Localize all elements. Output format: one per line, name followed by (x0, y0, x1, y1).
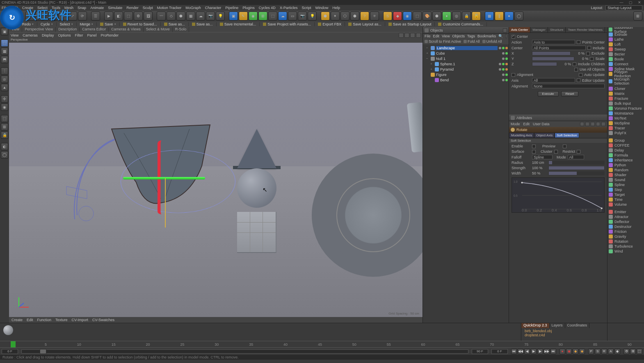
tb2-revert[interactable]: Revert to Saved... (120, 22, 161, 26)
timeline[interactable]: 051015202530354045505560657075808590 (0, 341, 644, 347)
attrtab-softsel[interactable]: Soft Selection (555, 133, 579, 138)
scale-checkbox[interactable] (590, 57, 594, 61)
edges-mode-tool[interactable]: ⧄ (1, 76, 8, 83)
bodypaint-button[interactable]: 🎨 (422, 11, 432, 21)
window-minimize[interactable]: — (619, 0, 624, 5)
palette-item-connect[interactable]: Connect (607, 62, 644, 67)
palette-item-sound[interactable]: Sound (607, 177, 644, 182)
rotate-gizmo-x[interactable] (123, 177, 205, 179)
scroll-first-icon[interactable] (425, 40, 428, 43)
floor-button[interactable]: ▭ (288, 11, 297, 21)
tree-row-bend[interactable]: Bend (424, 77, 508, 83)
render-region-button[interactable]: ⬚ (124, 11, 133, 21)
palette-item-spline[interactable]: Spline (607, 182, 644, 187)
camera-button[interactable]: 📷 (206, 11, 215, 21)
editor-update-checkbox[interactable] (577, 78, 580, 82)
palette-item-deflector[interactable]: Deflector (607, 219, 644, 224)
options3-button[interactable]: ⬚ (637, 349, 642, 354)
vpmenu-display[interactable]: Display (42, 33, 54, 37)
timeline-scrollbar[interactable] (21, 349, 468, 354)
redshift-button[interactable]: ◆ (393, 11, 402, 21)
tab-axis-center[interactable]: Axis Center (509, 27, 530, 32)
palette-item-moinstance[interactable]: MoInstance (607, 111, 644, 116)
key-a-button[interactable]: A (608, 349, 614, 354)
auto-update-checkbox[interactable] (579, 73, 582, 77)
palette-item-lathe[interactable]: Lathe (607, 37, 644, 42)
menu-snap[interactable]: Snap (78, 6, 86, 10)
vp-nav1-icon[interactable] (399, 33, 404, 38)
menu-plugins[interactable]: Plugins (242, 6, 255, 10)
palette-item-voronoi-fracture[interactable]: Voronoi Fracture (607, 106, 644, 111)
y-slider[interactable] (532, 57, 574, 61)
tb2-item-7[interactable]: Merge▾ (77, 22, 97, 26)
octane-button[interactable]: ◉ (403, 11, 412, 21)
lock-button[interactable]: 🔒 (462, 11, 471, 21)
cloth-button[interactable]: ▦ (485, 11, 494, 21)
vptab-3[interactable]: Camera Editor (80, 27, 109, 32)
xp-modifier-button[interactable]: ⬢ (350, 11, 359, 21)
keyframe-sel-button[interactable]: ◆ (573, 349, 578, 354)
spline-button[interactable]: 〰 (157, 11, 166, 21)
vpmenu-view[interactable]: View (11, 33, 18, 37)
tree-row-sphere[interactable]: +Sphere.1 (424, 61, 508, 67)
tb2-saveinc[interactable]: Save Incremental... (217, 22, 260, 26)
prev-frame-button[interactable]: ◀ (524, 349, 530, 354)
record-button[interactable]: ● (560, 349, 565, 354)
window-maximize[interactable]: ▢ (628, 0, 633, 5)
tree-row-landscape[interactable]: −Landscape (424, 45, 508, 51)
reset-button[interactable]: Reset (561, 91, 579, 96)
menu-sculpt[interactable]: Sculpt (143, 6, 153, 10)
palette-item-turbulence[interactable]: Turbulence (607, 244, 644, 249)
picture-viewer-button[interactable]: 🖼 (144, 11, 153, 21)
attr-new-icon[interactable] (601, 122, 605, 126)
axis-tool[interactable]: ✢ (1, 95, 8, 103)
objmenu-view[interactable]: View (442, 34, 450, 38)
palette-item-mograph-selection[interactable]: MoGraph Selection (607, 79, 644, 84)
menu-simulate[interactable]: Simulate (108, 6, 122, 10)
attrmenu-edit[interactable]: Edit (523, 122, 530, 126)
vptab-6[interactable]: R-Solo (173, 27, 190, 32)
next-frame-button[interactable]: ▶ (537, 349, 543, 354)
palette-item-matrix[interactable]: Matrix (607, 91, 644, 96)
falloff-graph[interactable]: 1.0 0.5 0.0 0.2 0.4 0.6 0.8 1.0 (512, 177, 605, 213)
content-browser-button[interactable]: ⊞ (633, 11, 642, 21)
locked-tool[interactable]: 🔒 (1, 131, 8, 139)
menu-mograph[interactable]: MoGraph (185, 6, 201, 10)
use-all-checkbox[interactable] (574, 68, 578, 71)
center-dropdown[interactable]: All Points (532, 46, 586, 50)
tab-teamrender[interactable]: Team Render Machines (566, 27, 605, 32)
vptab-2[interactable]: Description (56, 27, 80, 32)
execute-button[interactable]: Execute (538, 91, 559, 96)
viewport-3d[interactable]: ↖ Grid Spacing : 50 cm (9, 43, 422, 317)
matmenu-texture[interactable]: Texture (55, 318, 68, 322)
exclude-checkbox[interactable] (586, 52, 590, 55)
menu-help[interactable]: Help (332, 6, 340, 10)
tab-manager[interactable]: Manager (530, 27, 548, 32)
light-button[interactable]: 💡 (216, 11, 225, 21)
objects-filter-icon[interactable] (505, 34, 507, 38)
palette-item-target[interactable]: Target (607, 192, 644, 197)
x-slider[interactable] (532, 51, 571, 55)
alignment-cb[interactable] (512, 73, 515, 77)
subdivision-button[interactable]: ◉ (249, 11, 258, 21)
attrtab-objectaxis[interactable]: Object Axis (534, 133, 555, 138)
matmenu-edit[interactable]: Edit (27, 318, 33, 322)
points-mode-tool[interactable]: ⋮ (1, 67, 8, 75)
material-manager[interactable] (0, 323, 521, 341)
material-preview[interactable] (3, 325, 13, 335)
palette-item-sweep[interactable]: Sweep (607, 47, 644, 52)
menu-script[interactable]: Script (301, 6, 311, 10)
polygons-mode-tool[interactable]: ▲ (1, 84, 8, 91)
objmenu-bookmarks[interactable]: Bookmarks (477, 34, 496, 38)
surface-checkbox[interactable] (532, 150, 536, 154)
rotate-tool-button[interactable]: ⟳ (78, 11, 87, 21)
tb2-saveas2[interactable]: Save as... (189, 22, 217, 26)
preview-checkbox[interactable] (563, 145, 566, 148)
key-pla-button[interactable]: ◆ (614, 349, 620, 354)
tab-structure[interactable]: Structure (548, 27, 566, 32)
radius-slider[interactable] (548, 161, 605, 165)
matmenu-function[interactable]: Function (37, 318, 52, 322)
vp-nav4-icon[interactable] (416, 33, 421, 38)
vpmenu-panel[interactable]: Panel (87, 33, 96, 37)
palette-item-attractor[interactable]: Attractor (607, 214, 644, 219)
